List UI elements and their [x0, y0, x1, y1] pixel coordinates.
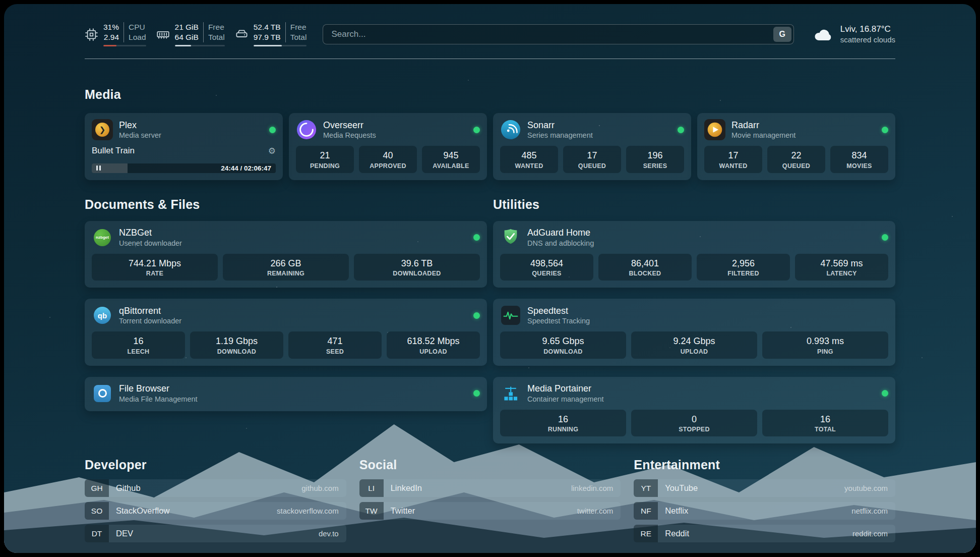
status-dot-online	[269, 127, 276, 133]
service-name: NZBGet	[119, 227, 182, 239]
bookmark-reddit[interactable]: RE Reddit reddit.com	[634, 525, 895, 542]
service-subtitle: DNS and adblocking	[527, 239, 594, 248]
bookmark-github[interactable]: GH Github github.com	[85, 479, 346, 497]
weather-condition: scattered clouds	[840, 35, 895, 45]
stat-queued: 17 QUEUED	[563, 146, 621, 173]
status-dot-online	[473, 312, 480, 319]
status-dot-online	[473, 127, 480, 133]
divider	[124, 22, 124, 42]
stat-filtered: 2,956 FILTERED	[697, 254, 790, 281]
weather-location: Lviv, 16.87°C	[840, 24, 895, 35]
status-dot-online	[473, 390, 480, 397]
status-dot-online	[882, 127, 888, 133]
stat-upload: 9.24 Gbps UPLOAD	[631, 331, 757, 359]
overseerr-icon	[296, 119, 317, 140]
radarr-icon	[704, 119, 725, 140]
search-input[interactable]	[323, 24, 793, 44]
bookmark-abbr: YT	[634, 479, 658, 497]
section-title-utilities: Utilities	[493, 197, 895, 212]
bookmark-netflix[interactable]: NF Netflix netflix.com	[634, 502, 895, 520]
stat-downloaded: 39.6 TB DOWNLOADED	[354, 254, 480, 281]
bookmark-abbr: GH	[85, 479, 109, 497]
settings-gear-icon[interactable]: ⚙	[268, 147, 276, 155]
status-dot-online	[882, 390, 888, 397]
stat-running: 16 RUNNING	[500, 410, 626, 437]
bookmark-linkedin[interactable]: LI LinkedIn linkedin.com	[359, 479, 621, 497]
service-card-adguard[interactable]: AdGuard Home DNS and adblocking 498,564 …	[493, 221, 895, 288]
bookmark-url: youtube.com	[844, 479, 895, 497]
memory-free-label: Free	[208, 22, 225, 32]
disk-icon	[235, 28, 249, 41]
bookmark-name: Reddit	[658, 525, 689, 542]
service-name: Speedtest	[527, 305, 590, 317]
bookmark-abbr: RE	[634, 525, 658, 542]
disk-total-label: Total	[290, 32, 307, 42]
stat-remaining: 266 GB REMAINING	[223, 254, 349, 281]
service-card-plex[interactable]: ❯ Plex Media server Bullet Train ⚙	[85, 113, 283, 180]
memory-total-label: Total	[208, 32, 225, 42]
bookmark-youtube[interactable]: YT YouTube youtube.com	[634, 479, 895, 497]
cpu-widget: 31% 2.94 CPU Load	[85, 22, 146, 46]
stat-blocked: 86,401 BLOCKED	[598, 254, 692, 281]
service-name: Overseerr	[323, 120, 376, 131]
memory-total-value: 64 GiB	[175, 32, 199, 42]
section-title-media: Media	[85, 87, 895, 102]
stat-seed: 471 SEED	[288, 331, 382, 359]
bookmark-twitter[interactable]: TW Twitter twitter.com	[359, 502, 621, 520]
stat-available: 945 AVAILABLE	[422, 146, 480, 173]
memory-usage-bar	[175, 45, 225, 46]
service-card-radarr[interactable]: Radarr Movie management 17 WANTED 22 QUE…	[697, 113, 895, 180]
bookmark-url: twitter.com	[577, 502, 621, 520]
stat-approved: 40 APPROVED	[359, 146, 417, 173]
divider	[203, 22, 204, 42]
weather-widget: Lviv, 16.87°C scattered clouds	[813, 24, 895, 45]
service-subtitle: Media server	[119, 131, 161, 140]
stat-pending: 21 PENDING	[296, 146, 354, 173]
bookmark-url: netflix.com	[851, 502, 895, 520]
stat-ping: 0.993 ms PING	[762, 331, 888, 359]
service-name: Sonarr	[527, 120, 593, 131]
service-card-speedtest[interactable]: Speedtest Speedtest Tracking 9.65 Gbps D…	[493, 299, 895, 366]
header-divider	[85, 59, 895, 59]
cpu-load-label: Load	[129, 32, 146, 42]
memory-icon	[156, 28, 170, 41]
bookmark-name: LinkedIn	[384, 479, 422, 497]
service-card-overseerr[interactable]: Overseerr Media Requests 21 PENDING 40 A…	[289, 113, 487, 180]
cpu-usage-value: 31%	[103, 22, 119, 32]
cpu-label: CPU	[129, 22, 146, 32]
sonarr-icon	[500, 119, 521, 140]
search-provider-button[interactable]: G	[773, 27, 791, 42]
bookmark-dev-to[interactable]: DT DEV dev.to	[85, 525, 346, 542]
bookmark-abbr: NF	[634, 502, 658, 520]
bookmark-abbr: TW	[359, 502, 384, 520]
bookmark-name: Netflix	[658, 502, 688, 520]
service-card-filebrowser[interactable]: File Browser Media File Management	[85, 377, 487, 411]
service-card-qbittorrent[interactable]: qb qBittorrent Torrent downloader 16	[85, 299, 487, 366]
bookmark-stackoverflow[interactable]: SO StackOverflow stackoverflow.com	[85, 502, 346, 520]
stat-download: 9.65 Gbps DOWNLOAD	[500, 331, 626, 359]
bookmark-group-social: Social LI LinkedIn linkedin.com TW Twitt…	[359, 458, 621, 542]
bookmark-name: DEV	[109, 525, 133, 542]
stat-queries: 498,564 QUERIES	[500, 254, 593, 281]
playback-progress-bar[interactable]: 24:44 / 02:06:47	[92, 163, 276, 173]
service-card-nzbget[interactable]: nzbget NZBGet Usenet downloader 744.21 M…	[85, 221, 487, 288]
stat-wanted: 485 WANTED	[500, 146, 558, 173]
service-card-sonarr[interactable]: Sonarr Series management 485 WANTED 17 Q…	[493, 113, 691, 180]
pause-icon[interactable]	[96, 165, 101, 171]
bookmark-name: YouTube	[658, 479, 698, 497]
service-card-portainer[interactable]: Media Portainer Container management 16 …	[493, 377, 895, 444]
adguard-shield-icon	[500, 227, 521, 248]
cpu-usage-bar	[103, 45, 146, 46]
disk-usage-bar	[254, 45, 307, 46]
stat-upload: 618.52 Mbps UPLOAD	[387, 331, 480, 359]
bookmark-url: linkedin.com	[571, 479, 621, 497]
section-title-entertainment: Entertainment	[634, 458, 895, 472]
bookmark-name: Github	[109, 479, 141, 497]
disk-free-value: 52.4 TB	[254, 22, 281, 32]
search-bar: G	[323, 24, 793, 44]
divider	[285, 22, 286, 42]
section-utilities: Utilities	[493, 197, 895, 444]
stat-total: 16 TOTAL	[762, 410, 888, 437]
memory-widget: 21 GiB 64 GiB Free Total	[156, 22, 225, 46]
bookmark-url: github.com	[301, 479, 346, 497]
